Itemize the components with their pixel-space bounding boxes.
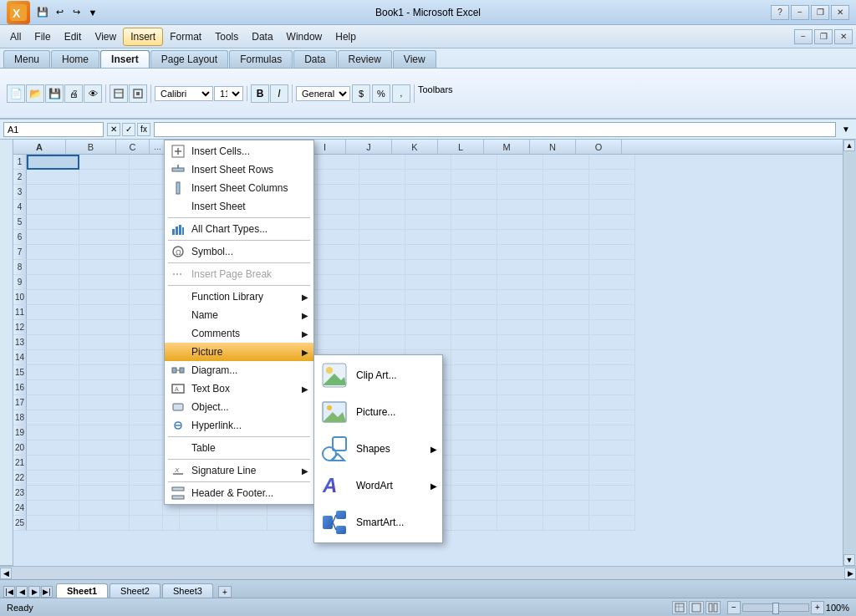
grid-cell[interactable] xyxy=(405,305,451,320)
app-close-btn[interactable]: ✕ xyxy=(834,29,853,44)
submenu-wordart[interactable]: A WordArt ▶ xyxy=(314,467,442,504)
grid-cell[interactable] xyxy=(130,290,163,305)
grid-cell[interactable] xyxy=(180,516,217,531)
grid-cell[interactable] xyxy=(497,275,543,290)
next-sheet-btn[interactable]: ▶ xyxy=(28,586,40,598)
grid-cell[interactable] xyxy=(451,380,497,395)
menu-insert-page-break[interactable]: Insert Page Break xyxy=(165,265,313,283)
grid-cell[interactable] xyxy=(27,395,79,410)
grid-cell[interactable] xyxy=(451,260,497,275)
grid-cell[interactable] xyxy=(79,425,130,440)
zoom-slider[interactable] xyxy=(742,603,809,612)
toolbar-btn-7[interactable] xyxy=(129,84,147,103)
grid-cell[interactable] xyxy=(497,486,543,501)
grid-cell[interactable] xyxy=(79,395,130,410)
grid-cell[interactable] xyxy=(405,155,451,170)
italic-btn[interactable]: I xyxy=(270,84,288,103)
grid-cell[interactable] xyxy=(359,335,405,350)
grid-cell[interactable] xyxy=(130,320,163,335)
grid-cell[interactable] xyxy=(451,215,497,230)
scroll-left-btn[interactable]: ◀ xyxy=(0,568,12,579)
help-btn[interactable]: ? xyxy=(771,5,789,20)
grid-cell[interactable] xyxy=(543,185,589,200)
menu-window[interactable]: Window xyxy=(280,28,329,45)
undo-quick-btn[interactable]: ↩ xyxy=(52,5,67,20)
grid-cell[interactable] xyxy=(130,185,163,200)
menu-view[interactable]: View xyxy=(88,28,123,45)
save-quick-btn[interactable]: 💾 xyxy=(35,5,50,20)
grid-cell[interactable] xyxy=(589,486,635,501)
grid-cell[interactable] xyxy=(27,486,79,501)
grid-cell[interactable] xyxy=(543,501,589,516)
tab-view[interactable]: View xyxy=(393,50,436,68)
tab-home[interactable]: Home xyxy=(51,50,99,68)
menu-chart-types[interactable]: All Chart Types... xyxy=(165,220,313,238)
menu-data[interactable]: Data xyxy=(245,28,279,45)
grid-cell[interactable] xyxy=(543,425,589,440)
menu-tools[interactable]: Tools xyxy=(208,28,245,45)
grid-cell[interactable] xyxy=(79,185,130,200)
grid-cell[interactable] xyxy=(405,200,451,215)
grid-cell[interactable] xyxy=(27,380,79,395)
grid-cell[interactable] xyxy=(359,305,405,320)
grid-cell[interactable] xyxy=(27,155,79,170)
menu-picture[interactable]: Picture ▶ xyxy=(165,343,313,361)
grid-cell[interactable] xyxy=(543,516,589,531)
grid-cell[interactable] xyxy=(451,486,497,501)
grid-cell[interactable] xyxy=(497,230,543,245)
font-family-select[interactable]: Calibri xyxy=(155,86,213,101)
grid-cell[interactable] xyxy=(589,245,635,260)
submenu-clip-art[interactable]: Clip Art... xyxy=(314,357,442,394)
grid-cell[interactable] xyxy=(589,350,635,365)
grid-cell[interactable] xyxy=(589,275,635,290)
submenu-picture[interactable]: Picture... xyxy=(314,394,442,430)
restore-btn[interactable]: ❐ xyxy=(811,5,829,20)
grid-cell[interactable] xyxy=(543,245,589,260)
zoom-in-btn[interactable]: + xyxy=(811,601,824,614)
grid-cell[interactable] xyxy=(451,320,497,335)
menu-edit[interactable]: Edit xyxy=(58,28,89,45)
grid-cell[interactable] xyxy=(451,275,497,290)
grid-cell[interactable] xyxy=(543,260,589,275)
submenu-smartart[interactable]: SmartArt... xyxy=(314,504,442,541)
submenu-shapes[interactable]: Shapes ▶ xyxy=(314,430,442,467)
name-box[interactable]: A1 xyxy=(3,122,104,137)
grid-cell[interactable] xyxy=(130,365,163,380)
grid-cell[interactable] xyxy=(130,230,163,245)
grid-cell[interactable] xyxy=(543,471,589,486)
grid-cell[interactable] xyxy=(451,290,497,305)
grid-cell[interactable] xyxy=(79,305,130,320)
grid-cell[interactable] xyxy=(79,350,130,365)
grid-cell[interactable] xyxy=(79,275,130,290)
grid-cell[interactable] xyxy=(130,380,163,395)
grid-cell[interactable] xyxy=(318,335,359,350)
grid-cell[interactable] xyxy=(359,155,405,170)
grid-cell[interactable] xyxy=(27,516,79,531)
grid-cell[interactable] xyxy=(27,501,79,516)
formula-expand-btn[interactable]: ▼ xyxy=(839,122,853,137)
toolbars-label[interactable]: Toolbars xyxy=(418,84,456,94)
first-sheet-btn[interactable]: |◀ xyxy=(3,586,15,598)
grid-cell[interactable] xyxy=(27,230,79,245)
tab-page-layout[interactable]: Page Layout xyxy=(150,50,228,68)
grid-cell[interactable] xyxy=(589,365,635,380)
grid-cell[interactable] xyxy=(318,185,359,200)
app-min-btn[interactable]: − xyxy=(794,29,813,44)
grid-cell[interactable] xyxy=(451,501,497,516)
grid-cell[interactable] xyxy=(543,230,589,245)
cancel-formula-btn[interactable]: ✕ xyxy=(107,123,120,136)
grid-cell[interactable] xyxy=(543,395,589,410)
menu-header-footer[interactable]: Header & Footer... xyxy=(165,484,313,502)
grid-cell[interactable] xyxy=(318,290,359,305)
grid-cell[interactable] xyxy=(543,486,589,501)
menu-all[interactable]: All xyxy=(3,28,28,45)
grid-cell[interactable] xyxy=(359,260,405,275)
sheet-tab-2[interactable]: Sheet2 xyxy=(110,583,160,598)
grid-cell[interactable] xyxy=(497,305,543,320)
toolbar-btn-3[interactable]: 💾 xyxy=(45,84,64,103)
toolbar-btn-5[interactable]: 👁 xyxy=(84,84,102,103)
menu-symbol[interactable]: Ω Symbol... xyxy=(165,242,313,261)
grid-cell[interactable] xyxy=(589,501,635,516)
grid-cell[interactable] xyxy=(318,275,359,290)
grid-cell[interactable] xyxy=(27,350,79,365)
